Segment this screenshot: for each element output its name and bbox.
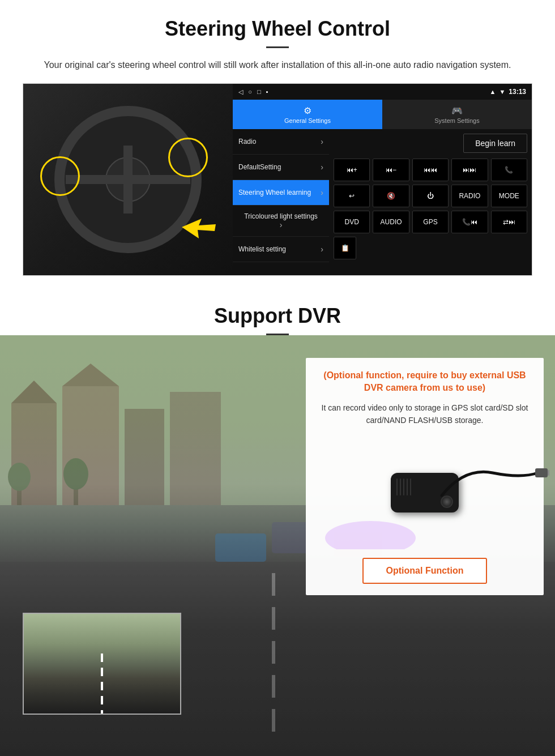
svg-rect-21 bbox=[535, 468, 548, 477]
control-row-2: ↩ 🔇 ⏻ RADIO MODE bbox=[334, 185, 527, 207]
svg-rect-18 bbox=[215, 533, 266, 562]
svg-rect-14 bbox=[272, 607, 275, 630]
control-row-3: DVD AUDIO GPS 📞⏮ ⇄⏭ bbox=[334, 211, 527, 233]
road-markings bbox=[101, 654, 103, 714]
svg-rect-7 bbox=[170, 392, 221, 505]
vent-2 bbox=[400, 479, 401, 496]
btn-back[interactable]: ↩ bbox=[334, 185, 370, 207]
tab-system-settings[interactable]: 🎮 System Settings bbox=[382, 100, 532, 129]
dvr-product-image bbox=[319, 436, 530, 549]
tab-system-label: System Settings bbox=[434, 117, 479, 124]
highlight-left-controls bbox=[40, 156, 80, 196]
vent-1 bbox=[396, 479, 398, 496]
btn-phone[interactable]: 📞 bbox=[491, 159, 527, 181]
android-statusbar: ◁ ○ □ ▪ ▲ ▼ 13:13 bbox=[233, 84, 532, 100]
title-divider bbox=[266, 46, 289, 48]
menu-item-defaultsetting[interactable]: DefaultSetting › bbox=[233, 155, 329, 180]
btn-next-track[interactable]: ⏭⏭ bbox=[451, 159, 488, 181]
btn-radio[interactable]: RADIO bbox=[451, 185, 488, 207]
chevron-right-icon: › bbox=[321, 188, 323, 197]
dvr-inset-camera-view bbox=[23, 613, 181, 715]
vent-5 bbox=[410, 479, 411, 496]
svg-marker-0 bbox=[182, 219, 216, 238]
dvr-description: It can record video only to storage in G… bbox=[319, 402, 530, 427]
svg-point-9 bbox=[8, 463, 31, 491]
highlight-right-controls bbox=[168, 138, 208, 177]
control-row-1: ⏮+ ⏮− ⏮⏮ ⏭⏭ 📞 bbox=[334, 159, 527, 181]
dvr-title: Support DVR bbox=[0, 304, 555, 328]
btn-power[interactable]: ⏻ bbox=[412, 185, 449, 207]
begin-learn-button[interactable]: Begin learn bbox=[463, 134, 527, 153]
btn-mode[interactable]: MODE bbox=[491, 185, 527, 207]
steering-subtitle: Your original car's steering wheel contr… bbox=[34, 58, 521, 72]
tab-general-settings[interactable]: ⚙ General Settings bbox=[233, 100, 382, 129]
vent-3 bbox=[403, 479, 404, 496]
signal-icon: ▲ bbox=[490, 88, 496, 95]
camera-vents bbox=[396, 479, 411, 496]
dvr-content-area: (Optional function, require to buy exter… bbox=[0, 335, 555, 756]
chevron-right-icon: › bbox=[321, 137, 323, 146]
light-flare-svg bbox=[319, 504, 421, 549]
android-tabs: ⚙ General Settings 🎮 System Settings bbox=[233, 100, 532, 129]
menu-swl-label: Steering Wheel learning bbox=[238, 189, 311, 197]
menu-defaultsetting-label: DefaultSetting bbox=[238, 163, 281, 171]
steering-section: Steering Wheel Control Your original car… bbox=[0, 0, 555, 287]
svg-point-11 bbox=[63, 458, 88, 490]
btn-dvd[interactable]: DVD bbox=[334, 211, 370, 233]
dvr-section: Support DVR bbox=[0, 287, 555, 756]
btn-shuffle-next[interactable]: ⇄⏭ bbox=[491, 211, 527, 233]
steering-wheel-illustration bbox=[23, 84, 233, 275]
btn-prev-track[interactable]: ⏮⏮ bbox=[412, 159, 449, 181]
steering-title: Steering Wheel Control bbox=[23, 17, 532, 41]
btn-phone-prev[interactable]: 📞⏮ bbox=[451, 211, 488, 233]
svg-rect-22 bbox=[548, 470, 549, 476]
svg-rect-6 bbox=[125, 409, 164, 505]
menu-item-whitelist[interactable]: Whitelist setting › bbox=[233, 237, 329, 262]
spoke-vertical bbox=[123, 146, 133, 213]
dvr-cable-svg bbox=[436, 462, 549, 529]
optional-function-button[interactable]: Optional Function bbox=[362, 558, 488, 584]
menu-whitelist-label: Whitelist setting bbox=[238, 245, 286, 253]
menu-tri-label: Tricoloured light settings bbox=[244, 212, 318, 220]
android-menu: Radio › DefaultSetting › Steering Wheel … bbox=[233, 129, 329, 275]
begin-learn-row: Begin learn bbox=[334, 134, 527, 153]
joystick-icon: 🎮 bbox=[451, 105, 463, 116]
chevron-right-icon: › bbox=[321, 163, 323, 172]
status-time: 13:13 bbox=[509, 88, 526, 96]
dvr-optional-note: (Optional function, require to buy exter… bbox=[319, 369, 530, 395]
svg-point-23 bbox=[325, 521, 416, 549]
tab-general-label: General Settings bbox=[284, 117, 331, 124]
vent-4 bbox=[407, 479, 408, 496]
menu-item-radio[interactable]: Radio › bbox=[233, 129, 329, 155]
steering-content-area: ◁ ○ □ ▪ ▲ ▼ 13:13 ⚙ General Settings 🎮 S… bbox=[23, 83, 532, 276]
wifi-icon: ▼ bbox=[499, 88, 505, 95]
svg-rect-15 bbox=[272, 641, 275, 664]
arrow-icon bbox=[182, 219, 216, 253]
menu-radio-label: Radio bbox=[238, 138, 256, 146]
steering-wheel-photo bbox=[23, 84, 233, 275]
control-row-4: 📋 bbox=[334, 237, 527, 259]
chevron-right-icon: › bbox=[280, 220, 283, 229]
android-screen: ◁ ○ □ ▪ ▲ ▼ 13:13 ⚙ General Settings 🎮 S… bbox=[233, 84, 532, 275]
btn-audio[interactable]: AUDIO bbox=[373, 211, 409, 233]
android-body: Radio › DefaultSetting › Steering Wheel … bbox=[233, 129, 532, 275]
gear-icon: ⚙ bbox=[304, 105, 311, 116]
btn-clipboard[interactable]: 📋 bbox=[334, 237, 356, 259]
dvr-info-panel: (Optional function, require to buy exter… bbox=[306, 358, 544, 595]
svg-rect-13 bbox=[272, 573, 275, 596]
btn-vol-up[interactable]: ⏮+ bbox=[334, 159, 370, 181]
android-controls-panel: Begin learn ⏮+ ⏮− ⏮⏮ ⏭⏭ 📞 ↩ 🔇 ⏻ bbox=[329, 129, 532, 275]
chevron-right-icon: › bbox=[321, 245, 323, 254]
menu-item-tricoloured[interactable]: Tricoloured light settings › bbox=[233, 206, 329, 237]
svg-rect-16 bbox=[272, 675, 275, 698]
btn-mute[interactable]: 🔇 bbox=[373, 185, 409, 207]
menu-item-steering-wheel-learning[interactable]: Steering Wheel learning › bbox=[233, 180, 329, 206]
btn-gps[interactable]: GPS bbox=[412, 211, 449, 233]
btn-vol-down[interactable]: ⏮− bbox=[373, 159, 409, 181]
svg-rect-17 bbox=[272, 709, 275, 732]
